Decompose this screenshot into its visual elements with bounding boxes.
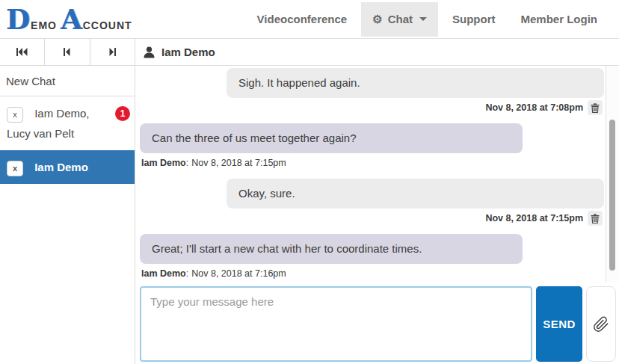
- nav-label: Support: [452, 13, 496, 25]
- close-icon[interactable]: x: [7, 161, 23, 176]
- message-bubble: Okay, sure.: [227, 179, 604, 209]
- person-icon: [144, 46, 155, 58]
- logo[interactable]: D EMO A CCOUNT: [6, 3, 136, 38]
- chat-title: Iam Demo: [161, 46, 215, 58]
- paperclip-icon: [593, 315, 609, 333]
- unread-badge: 1: [115, 106, 130, 121]
- message-bubble: Great; I'll start a new chat with her to…: [140, 234, 523, 264]
- scrollbar-track[interactable]: [606, 66, 618, 282]
- nav-item-member-login[interactable]: Member Login: [509, 2, 609, 37]
- page: D EMO A CCOUNT Videoconference ⚙ Chat Su…: [0, 0, 619, 364]
- nav-label: Chat: [388, 13, 413, 25]
- nav-item-support[interactable]: Support: [441, 2, 507, 37]
- message-composer: SEND: [135, 282, 619, 364]
- message-area: Sigh. It happened again. Nov 8, 2018 at …: [135, 66, 619, 282]
- nav-item-chat[interactable]: ⚙ Chat: [361, 2, 438, 37]
- message-meta: Iam Demo:Nov 8, 2018 at 7:15pm: [141, 155, 604, 170]
- chat-pager-toolbar: [0, 39, 135, 66]
- new-chat-button[interactable]: New Chat: [0, 66, 135, 96]
- message-timestamp: Nov 8, 2018 at 7:15pm: [485, 211, 583, 226]
- message-meta: Iam Demo:Nov 8, 2018 at 7:16pm: [141, 266, 604, 281]
- message-author: Iam Demo: [141, 268, 186, 279]
- nav-label: Member Login: [520, 13, 597, 25]
- message-timestamp: Nov 8, 2018 at 7:15pm: [191, 158, 286, 168]
- delete-message-button[interactable]: [588, 211, 603, 226]
- author-separator: :: [186, 268, 188, 279]
- message-input[interactable]: [140, 286, 532, 362]
- chat-header: Iam Demo: [135, 39, 619, 66]
- fast-backward-button[interactable]: [0, 39, 45, 65]
- trash-icon: [591, 103, 600, 113]
- attach-file-button[interactable]: [586, 286, 616, 362]
- message-author: Iam Demo: [141, 158, 186, 168]
- step-forward-icon: [109, 48, 116, 56]
- nav-label: Videoconference: [257, 13, 348, 25]
- message-bubble: Can the three of us meet together again?: [140, 123, 523, 153]
- chat-list-item-iam-demo[interactable]: x Iam Demo: [0, 150, 135, 184]
- step-backward-icon: [64, 48, 70, 56]
- author-separator: :: [186, 158, 188, 168]
- close-icon[interactable]: x: [7, 107, 23, 123]
- content: New Chat 1 x Iam Demo, Lucy van Pelt x I…: [0, 39, 619, 364]
- chat-main: Iam Demo Sigh. It happened again. Nov 8,…: [135, 39, 619, 364]
- delete-message-button[interactable]: [588, 100, 603, 115]
- chat-list-item-group[interactable]: 1 x Iam Demo, Lucy van Pelt: [0, 96, 135, 150]
- fast-backward-icon: [16, 48, 28, 56]
- message-timestamp: Nov 8, 2018 at 7:16pm: [191, 268, 286, 279]
- chevron-down-icon: [419, 17, 427, 21]
- chat-item-label: Iam Demo: [34, 161, 88, 173]
- message-meta: Nov 8, 2018 at 7:15pm: [140, 211, 603, 226]
- logo-text-ccount: CCOUNT: [83, 19, 132, 31]
- trash-icon: [591, 214, 600, 223]
- nav-item-videoconference[interactable]: Videoconference: [246, 2, 359, 37]
- message-timestamp: Nov 8, 2018 at 7:08pm: [485, 100, 583, 115]
- chat-sidebar: New Chat 1 x Iam Demo, Lucy van Pelt x I…: [0, 39, 135, 364]
- main-nav: Videoconference ⚙ Chat Support Member Lo…: [246, 0, 609, 38]
- message-meta: Nov 8, 2018 at 7:08pm: [140, 100, 603, 115]
- message-bubble: Sigh. It happened again.: [227, 68, 604, 98]
- logo-letter-a: A: [61, 3, 82, 36]
- send-button[interactable]: SEND: [536, 286, 582, 362]
- scrollbar-thumb[interactable]: [609, 120, 615, 271]
- message-list: Sigh. It happened again. Nov 8, 2018 at …: [135, 66, 606, 282]
- step-forward-button[interactable]: [90, 39, 135, 65]
- gear-icon: ⚙: [372, 13, 382, 25]
- step-backward-button[interactable]: [45, 39, 90, 65]
- logo-letter-d: D: [6, 3, 30, 36]
- top-header: D EMO A CCOUNT Videoconference ⚙ Chat Su…: [0, 0, 619, 39]
- logo-text-emo: EMO: [31, 19, 57, 31]
